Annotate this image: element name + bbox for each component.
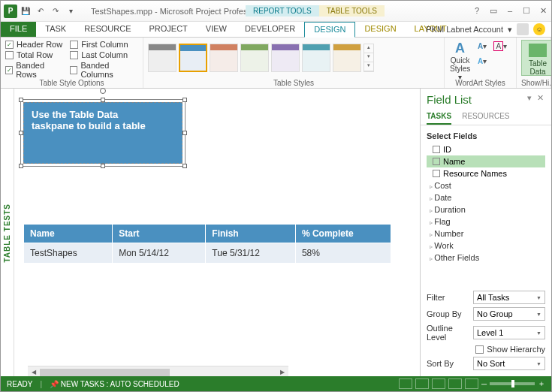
style-swatch[interactable]: [240, 44, 269, 72]
style-swatch[interactable]: [271, 44, 300, 72]
resize-handle[interactable]: [19, 98, 23, 102]
rotate-handle[interactable]: [100, 88, 106, 94]
gallery-more[interactable]: ▴▾▾: [363, 44, 374, 72]
main-area: TABLE TESTS Use the Table Data taskpane …: [1, 89, 551, 378]
text-effects-button[interactable]: A▾: [474, 55, 490, 68]
filter-label: Filter: [427, 293, 473, 302]
tab-task[interactable]: TASK: [36, 22, 75, 37]
report-tools-tab[interactable]: REPORT TOOLS: [246, 5, 319, 17]
account-menu-icon[interactable]: ▾: [508, 25, 512, 35]
pane-tab-resources[interactable]: RESOURCES: [462, 109, 509, 125]
field-group[interactable]: Flag: [427, 216, 545, 228]
resize-handle[interactable]: [182, 98, 187, 102]
style-swatch[interactable]: [148, 44, 176, 72]
text-outline-button[interactable]: A▾: [492, 40, 508, 53]
zoom-slider[interactable]: [490, 382, 535, 385]
col-name[interactable]: Name: [24, 225, 113, 243]
chevron-down-icon: ▼: [536, 295, 541, 300]
tab-report-design[interactable]: DESIGN: [304, 22, 355, 38]
quick-styles-button[interactable]: AQuick Styles ▾: [449, 40, 471, 73]
feedback-icon[interactable]: ☺: [533, 23, 545, 35]
field-group[interactable]: Work: [427, 240, 545, 252]
chk-total-row[interactable]: Total Row: [5, 50, 62, 59]
zoom-in-icon[interactable]: ＋: [538, 378, 545, 389]
pane-close-icon[interactable]: ✕: [537, 93, 545, 102]
field-item-name[interactable]: Name: [427, 155, 545, 167]
report-canvas[interactable]: Use the Table Data taskpane to build a t…: [14, 89, 420, 378]
table-row[interactable]: TestShapes Mon 5/14/12 Tue 5/31/12 58%: [24, 243, 391, 264]
style-swatch[interactable]: [302, 44, 330, 72]
view-button[interactable]: [432, 378, 445, 389]
help-icon[interactable]: ?: [472, 6, 482, 16]
style-swatch[interactable]: [333, 44, 361, 72]
table-tools-tab[interactable]: TABLE TOOLS: [319, 5, 385, 17]
table-header-row: Name Start Finish % Complete: [24, 225, 391, 243]
pane-tab-tasks[interactable]: TASKS: [427, 109, 451, 125]
schedule-icon: 📌: [50, 380, 59, 388]
chk-banded-rows[interactable]: ✓Banded Rows: [5, 61, 62, 79]
avatar-icon[interactable]: [517, 23, 529, 35]
field-item-id[interactable]: ID: [427, 143, 545, 155]
view-button[interactable]: [399, 378, 412, 389]
tab-project[interactable]: PROJECT: [140, 22, 197, 37]
resize-handle[interactable]: [182, 164, 187, 168]
group-label: Table Styles: [148, 79, 439, 87]
field-group[interactable]: Cost: [427, 179, 545, 191]
title-bar: P 💾 ↶ ↷ ▾ TestShapes.mpp - Microsoft Pro…: [1, 1, 551, 22]
scroll-thumb[interactable]: [40, 369, 170, 376]
outline-select[interactable]: Level 1▼: [473, 326, 545, 339]
qat-more-icon[interactable]: ▾: [64, 5, 77, 18]
tab-developer[interactable]: DEVELOPER: [236, 22, 304, 37]
table-data-icon: [529, 44, 547, 57]
text-fill-button[interactable]: A▾: [474, 40, 490, 53]
group-label: WordArt Styles: [449, 79, 511, 87]
minimize-icon[interactable]: –: [505, 6, 515, 16]
redo-icon[interactable]: ↷: [49, 5, 62, 18]
groupby-select[interactable]: No Group▼: [473, 307, 545, 321]
resize-handle[interactable]: [182, 131, 187, 135]
style-swatch[interactable]: [179, 44, 207, 72]
col-start[interactable]: Start: [113, 225, 206, 243]
window-title: TestShapes.mpp - Microsoft Project Profe…: [91, 7, 261, 16]
field-group[interactable]: Duration: [427, 204, 545, 216]
tab-file[interactable]: FILE: [1, 22, 36, 37]
filter-select[interactable]: All Tasks▼: [473, 291, 545, 304]
field-group[interactable]: Other Fields: [427, 252, 545, 264]
chk-last-column[interactable]: Last Column: [70, 50, 138, 59]
undo-icon[interactable]: ↶: [34, 5, 47, 18]
zoom-out-icon[interactable]: ─: [481, 380, 487, 388]
group-show-hide: Table Data Show/Hi...: [517, 38, 551, 88]
view-button[interactable]: [448, 378, 462, 389]
chk-header-row[interactable]: ✓Header Row: [5, 40, 62, 49]
callout-shape[interactable]: Use the Table Data taskpane to build a t…: [23, 102, 182, 164]
ribbon-collapse-icon[interactable]: ▭: [488, 6, 499, 16]
style-swatch[interactable]: [210, 44, 238, 72]
col-finish[interactable]: Finish: [206, 225, 296, 243]
field-group[interactable]: Date: [427, 191, 545, 204]
view-button[interactable]: [465, 378, 478, 389]
maximize-icon[interactable]: ☐: [521, 6, 532, 16]
resize-handle[interactable]: [19, 164, 23, 168]
account-name[interactable]: PKM Labnet Account: [426, 25, 503, 34]
col-pct[interactable]: % Complete: [295, 225, 391, 243]
field-group[interactable]: Number: [427, 228, 545, 240]
tab-resource[interactable]: RESOURCE: [75, 22, 140, 37]
table-data-button[interactable]: Table Data: [521, 40, 552, 76]
sort-select[interactable]: No Sort▼: [473, 357, 545, 370]
save-icon[interactable]: 💾: [19, 5, 32, 18]
tab-view[interactable]: VIEW: [197, 22, 236, 37]
field-item-resource-names[interactable]: Resource Names: [427, 167, 545, 179]
status-schedule[interactable]: NEW TASKS : AUTO SCHEDULED: [61, 380, 179, 388]
tab-table-design[interactable]: DESIGN: [355, 22, 405, 37]
resize-handle[interactable]: [101, 98, 105, 102]
chk-show-hierarchy[interactable]: Show Hierarchy: [475, 345, 545, 354]
pane-menu-icon[interactable]: ▾: [527, 93, 533, 102]
close-icon[interactable]: ✕: [538, 6, 548, 16]
resize-handle[interactable]: [19, 131, 23, 135]
data-table[interactable]: Name Start Finish % Complete TestShapes …: [23, 224, 391, 264]
chk-banded-columns[interactable]: Banded Columns: [70, 61, 138, 79]
chk-first-column[interactable]: First Column: [70, 40, 138, 49]
resize-handle[interactable]: [101, 164, 105, 168]
side-tab[interactable]: TABLE TESTS: [1, 89, 14, 378]
view-button[interactable]: [415, 378, 429, 389]
